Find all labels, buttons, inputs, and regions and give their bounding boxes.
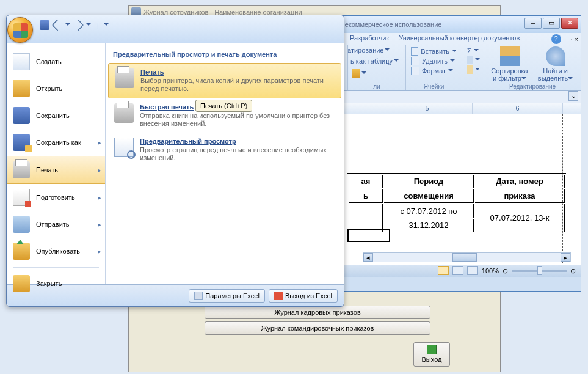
menu-prepare[interactable]: Подготовить▸ [7, 184, 105, 211]
publish-icon [13, 243, 30, 260]
office-menu-right: Предварительный просмотр и печать докуме… [106, 43, 344, 284]
options-icon [194, 292, 203, 300]
cell-styles-dropdown[interactable] [352, 69, 402, 78]
zoom-slider[interactable] [512, 270, 567, 272]
find-icon [546, 46, 565, 66]
maximize-button[interactable]: ▭ [543, 18, 560, 29]
scroll-left-button[interactable]: ◂ [363, 253, 373, 262]
sort-icon [500, 46, 520, 66]
chevron-down-icon [452, 50, 457, 53]
scroll-right-button[interactable]: ▸ [561, 253, 570, 262]
qat-save-button[interactable] [40, 20, 49, 30]
print-tooltip: Печать (Ctrl+P) [195, 100, 252, 112]
horizontal-scrollbar[interactable]: ◂ ▸ [363, 252, 571, 262]
menu-open[interactable]: Открыть [7, 75, 105, 102]
normal-view-button[interactable] [438, 266, 449, 275]
qat-customize-button[interactable] [104, 23, 109, 27]
menu-send[interactable]: Отправить▸ [7, 211, 105, 238]
qat-undo-button[interactable] [51, 19, 64, 31]
ribbon-tabs: Разработчик Универсальный конвертер доку… [347, 33, 522, 44]
office-button[interactable] [7, 17, 33, 43]
sort-filter-button[interactable]: Сортировка и фильтр [489, 46, 530, 82]
format-button[interactable]: Формат [410, 66, 458, 76]
menu-close[interactable]: Закрыть [7, 270, 105, 297]
page-break-view-button[interactable] [467, 266, 478, 275]
chevron-down-icon [450, 59, 455, 63]
formula-expand-button[interactable]: ⌄ [568, 91, 578, 101]
scroll-thumb[interactable] [452, 253, 477, 262]
selected-cell[interactable] [347, 229, 390, 242]
find-select-button[interactable]: Найти и выделить [535, 46, 576, 82]
styles-group: ли [347, 45, 405, 90]
qat-redo-button[interactable] [72, 19, 84, 31]
format-icon [411, 67, 419, 75]
zoom-in-button[interactable]: ⊕ [570, 267, 576, 275]
chevron-right-icon: ▸ [98, 139, 101, 147]
chevron-right-icon: ▸ [98, 166, 101, 174]
autosum-button[interactable]: Σ [466, 46, 481, 55]
excel-options-button[interactable]: Параметры Excel [189, 289, 265, 302]
table-cell-period2[interactable]: 31.12.2012 [384, 219, 474, 232]
delete-button[interactable]: Удалить [410, 56, 458, 66]
delete-icon [411, 57, 419, 65]
tab-udc[interactable]: Универсальный конвертер документов [396, 33, 522, 44]
table-header: ая [349, 175, 383, 188]
submenu-print-title: Печать [140, 68, 335, 76]
doc-restore-button[interactable]: ▫ [570, 35, 572, 43]
table-header: ь [349, 189, 383, 203]
menu-publish[interactable]: Опубликовать▸ [7, 238, 105, 265]
office-menu-top: | [7, 15, 344, 43]
doc-minimize-button[interactable]: – [564, 35, 567, 43]
print-icon [115, 68, 134, 88]
editing-group: Сортировка и фильтр Найти и выделить Ред… [485, 45, 579, 90]
col-header-5[interactable]: 5 [382, 103, 473, 114]
table-cell-period[interactable]: с 07.07.2012 по [384, 204, 474, 218]
sum-group: Σ [462, 45, 485, 90]
tab-developer[interactable]: Разработчик [347, 33, 391, 44]
table-cell-date[interactable]: 07.07.2012, 13-к [475, 204, 565, 232]
open-icon [13, 80, 30, 97]
office-menu-left: Создать Открыть Сохранить Сохранить как▸… [7, 43, 106, 284]
col-header-6[interactable]: 6 [473, 103, 563, 114]
cells-group: Вставить Удалить Формат Ячейки [405, 45, 462, 90]
exit-excel-button[interactable]: Выход из Excel [269, 289, 338, 302]
window-controls: – ▭ ✕ [524, 18, 578, 29]
submenu-print-desc: Выбор принтера, числа копий и других пар… [140, 77, 335, 93]
fill-button[interactable] [466, 55, 481, 65]
chevron-down-icon [475, 58, 480, 62]
submenu-preview[interactable]: Предварительный просмотрПросмотр страниц… [108, 133, 341, 167]
menu-print[interactable]: Печать▸ [7, 156, 105, 184]
submenu-print[interactable]: ПечатьВыбор принтера, числа копий и друг… [108, 63, 341, 98]
chevron-right-icon: ▸ [98, 248, 101, 255]
exit-button[interactable]: Выход [413, 342, 450, 367]
office-menu-body: Создать Открыть Сохранить Сохранить как▸… [7, 43, 344, 284]
quick-print-icon [114, 103, 134, 123]
chevron-down-icon [475, 68, 480, 72]
submenu-preview-title: Предварительный просмотр [140, 138, 335, 145]
save-icon [13, 107, 30, 124]
insert-button[interactable]: Вставить [410, 46, 458, 56]
menu-save[interactable]: Сохранить [7, 102, 105, 129]
zoom-out-button[interactable]: ⊖ [503, 267, 508, 275]
quick-access-toolbar: | [40, 20, 109, 30]
chevron-down-icon[interactable] [86, 23, 91, 27]
minimize-button[interactable]: – [524, 18, 542, 29]
help-icon[interactable]: ? [551, 34, 561, 44]
menu-save-as[interactable]: Сохранить как▸ [7, 129, 105, 156]
doc-controls: ? – ▫ × [551, 34, 578, 44]
print-icon [13, 161, 30, 178]
chevron-down-icon [521, 77, 526, 81]
data-table: ая Период Дата, номер ь совмещения прика… [347, 173, 566, 233]
close-icon [13, 275, 30, 292]
page-layout-view-button[interactable] [452, 266, 463, 275]
chevron-right-icon: ▸ [98, 194, 101, 202]
doc-close-button[interactable]: × [575, 35, 578, 43]
zoom-thumb[interactable] [537, 266, 542, 275]
journal-hr-orders-button[interactable]: Журнал кадровых приказов [205, 306, 430, 319]
menu-new[interactable]: Создать [7, 48, 105, 75]
close-button[interactable]: ✕ [561, 18, 578, 29]
styles-group-label: ли [348, 83, 405, 90]
clear-button[interactable] [466, 65, 481, 75]
journal-trip-orders-button[interactable]: Журнал командировочных приказов [205, 321, 430, 335]
chevron-down-icon[interactable] [65, 23, 70, 27]
